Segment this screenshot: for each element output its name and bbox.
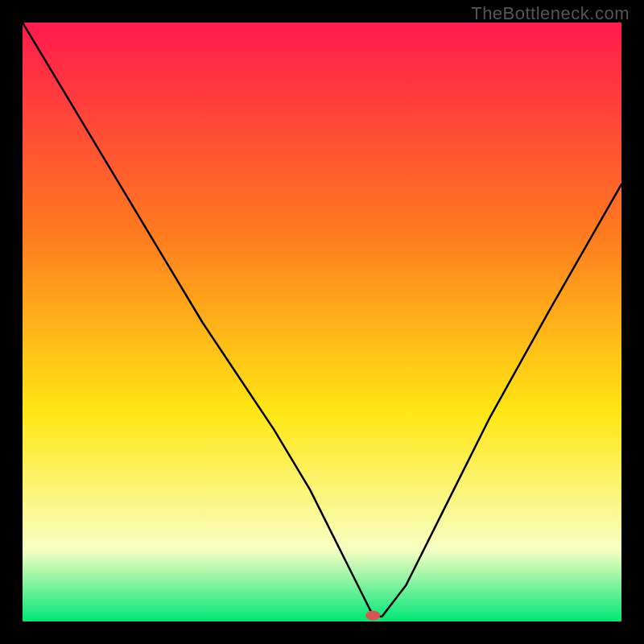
optimal-point-marker <box>365 611 380 621</box>
gradient-background <box>23 23 621 621</box>
watermark-text: TheBottleneck.com <box>471 3 630 24</box>
plot-area <box>23 23 621 621</box>
chart-outer-frame: TheBottleneck.com <box>0 0 644 644</box>
bottleneck-chart <box>23 23 621 621</box>
